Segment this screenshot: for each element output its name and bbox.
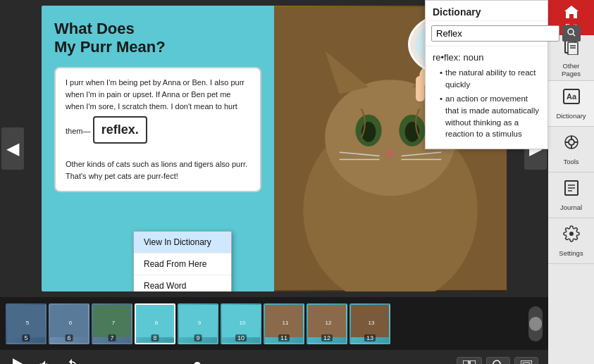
double-page-view-button[interactable] (457, 357, 482, 364)
thumb-8[interactable]: 8 8 (135, 303, 175, 344)
context-menu-item-read-word[interactable]: Read Word (134, 275, 231, 291)
svg-text:11: 11 (283, 320, 289, 326)
svg-text:Aa: Aa (566, 92, 576, 101)
highlighted-word[interactable]: reflex. (93, 116, 147, 144)
other-pages-label: OtherPages (562, 62, 581, 77)
svg-point-66 (568, 29, 574, 34)
dictionary-content: re•flex: noun the natural ability to rea… (426, 46, 547, 149)
sidebar-settings-button[interactable]: Settings (548, 218, 594, 264)
settings-icon (563, 225, 580, 246)
svg-rect-46 (521, 360, 532, 364)
play-icon (13, 358, 25, 364)
svg-line-67 (573, 34, 575, 36)
svg-text:10: 10 (240, 320, 246, 326)
text-box: I purr when I'm being pet by Anna or Ben… (54, 67, 261, 193)
search-icon (493, 360, 504, 364)
thumb-12[interactable]: 12 12 (307, 303, 347, 344)
svg-text:8: 8 (155, 320, 159, 326)
tools-label: Tools (563, 158, 578, 165)
sidebar-other-pages-button[interactable]: OtherPages (548, 35, 594, 81)
sidebar-dictionary-button[interactable]: Aa Dictionary (548, 81, 594, 127)
search-glass-icon (567, 28, 576, 37)
dictionary-search-input[interactable] (431, 25, 559, 42)
journal-svg (564, 180, 579, 196)
thumb-13[interactable]: 13 13 (349, 303, 390, 344)
context-menu-item-dictionary[interactable]: View In Dictionary (134, 232, 231, 253)
search-button[interactable] (486, 357, 510, 364)
journal-icon (564, 180, 579, 201)
prev-page-button[interactable]: ◀ (1, 127, 24, 170)
thumb-9[interactable]: 9 9 (178, 303, 218, 344)
rewind-button[interactable] (62, 356, 82, 364)
home-svg (563, 4, 580, 20)
filmstrip: 5 5 6 6 7 7 8 8 9 9 (0, 297, 548, 350)
double-page-icon (463, 360, 476, 364)
context-menu-item-read-from-here[interactable]: Read From Here (134, 253, 231, 275)
dictionary-search-bar (426, 21, 547, 46)
dictionary-icon: Aa (562, 88, 581, 109)
svg-text:13: 13 (369, 320, 375, 326)
page-left: What Does My Purr Mean? I purr when I'm … (42, 6, 274, 291)
settings-label: Settings (559, 249, 583, 257)
thumb-6[interactable]: 6 6 (49, 303, 89, 344)
sidebar-tools-button[interactable]: Tools (548, 127, 594, 172)
svg-point-44 (493, 360, 500, 364)
svg-rect-15 (416, 76, 424, 101)
dictionary-svg: Aa (562, 88, 581, 105)
svg-text:9: 9 (198, 320, 202, 326)
dictionary-panel: Dictionary re•flex: noun the natural abi… (425, 0, 548, 149)
dictionary-title: Dictionary (426, 1, 547, 21)
svg-point-65 (569, 232, 574, 236)
dictionary-word-definition: re•flex: noun (433, 52, 540, 63)
bottom-area: 5 5 6 6 7 7 8 8 9 9 (0, 297, 548, 364)
thumb-5[interactable]: 5 5 (6, 303, 47, 344)
fullscreen-button[interactable] (514, 357, 538, 364)
svg-rect-43 (470, 360, 476, 364)
svg-marker-48 (564, 6, 578, 18)
play-button[interactable] (10, 356, 28, 364)
svg-point-55 (569, 139, 574, 145)
context-menu: View In Dictionary Read From Here Read W… (133, 231, 232, 291)
sidebar: Exit OtherPages Aa Dictiona (548, 0, 594, 364)
svg-text:6: 6 (69, 320, 73, 326)
svg-text:5: 5 (26, 320, 30, 326)
sidebar-journal-button[interactable]: Journal (548, 172, 594, 218)
filmstrip-scrollbar[interactable] (528, 306, 543, 341)
svg-text:12: 12 (326, 320, 332, 326)
view-buttons (457, 357, 538, 364)
volume-button[interactable] (35, 356, 55, 364)
thumb-10[interactable]: 10 10 (221, 303, 261, 344)
home-icon (563, 4, 580, 23)
dictionary-bullet-1: the natural ability to react quickly (440, 67, 540, 90)
journal-label: Journal (560, 203, 582, 211)
svg-rect-50 (568, 42, 578, 55)
fullscreen-icon (521, 360, 532, 364)
dictionary-label: Dictionary (556, 112, 586, 120)
volume-icon (38, 358, 52, 364)
rewind-icon (65, 358, 79, 364)
dictionary-search-button[interactable] (562, 25, 581, 42)
tools-icon (563, 134, 580, 155)
thumb-7[interactable]: 7 7 (92, 303, 132, 344)
tools-svg (563, 134, 580, 151)
thumb-11[interactable]: 11 11 (264, 303, 304, 344)
svg-text:7: 7 (112, 320, 116, 326)
svg-rect-42 (463, 360, 469, 364)
settings-svg (563, 225, 580, 242)
page-title: What Does My Purr Mean? (54, 20, 261, 57)
controls-bar (0, 350, 548, 364)
dictionary-bullet-2: an action or movement that is made autom… (440, 93, 540, 140)
